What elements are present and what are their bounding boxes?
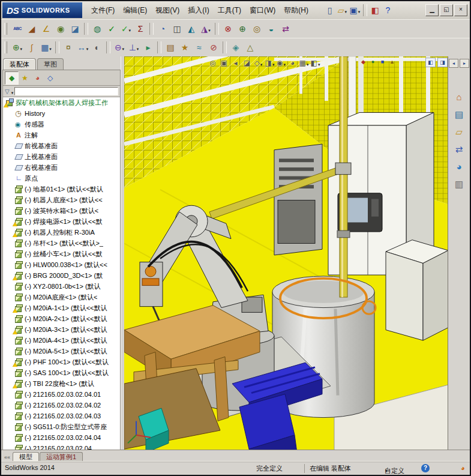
dropdown-caret-icon[interactable] <box>260 58 263 68</box>
clearance-verification-icon[interactable]: ⊕ <box>235 22 250 36</box>
status-sw-icon[interactable]: ◕ <box>461 464 465 472</box>
tree-item[interactable]: 传感器 <box>3 119 120 130</box>
tree-item[interactable]: (-) 丝桶小车<1> (默认<<默 <box>3 249 120 259</box>
design-library-icon[interactable]: ▤ <box>452 108 466 121</box>
quick-snaps-icon[interactable]: ◆ <box>359 58 367 66</box>
sensor-icon[interactable]: ◍ <box>90 22 104 36</box>
explode-lines-icon[interactable]: ≈ <box>192 40 206 55</box>
quick-settings-icon[interactable]: ▲ <box>388 58 396 66</box>
dropdown-caret-icon[interactable] <box>49 42 52 53</box>
curvature-icon[interactable]: ◔ <box>155 22 170 36</box>
spell-check-icon[interactable]: ABC <box>10 22 25 36</box>
dropdown-caret-icon[interactable] <box>136 42 139 53</box>
open-icon[interactable]: ▱ <box>336 4 349 17</box>
draft-analysis-icon[interactable]: ◭ <box>184 22 199 36</box>
dropdown-caret-icon[interactable] <box>128 23 131 34</box>
help-icon[interactable]: ? <box>382 4 394 17</box>
hide-show-items-icon[interactable]: ◉ <box>275 58 287 68</box>
menu-item[interactable]: 工具(T) <box>214 3 245 18</box>
tab-assembly[interactable]: 装配体 <box>3 58 36 70</box>
filter-input[interactable] <box>14 87 118 95</box>
view-palette-icon[interactable]: ⇄ <box>452 143 466 155</box>
menu-item[interactable]: 编辑(E) <box>119 3 151 18</box>
tree-item[interactable]: (-) XY2-0801-0b<1> (默认 <box>3 281 120 292</box>
toolbar-grip[interactable] <box>4 23 7 35</box>
tree-item[interactable]: 注解 <box>3 130 120 140</box>
measure-icon[interactable]: ∠ <box>39 22 53 36</box>
tree-item[interactable]: (-) 212165.02.03.02.04.03 <box>3 411 120 421</box>
tree-item[interactable]: (-) 212165.02.03.02.04.01 <box>3 389 120 400</box>
tree-item[interactable]: (-) M20iA-3<1> (默认<<默认 <box>3 324 120 335</box>
dropdown-caret-icon[interactable] <box>86 42 89 53</box>
view-settings-icon[interactable]: ◧ <box>310 58 321 68</box>
instant3d-icon[interactable]: △ <box>243 40 257 55</box>
tree-item[interactable]: 探矿机械机架体机器人焊接工作 <box>3 97 120 108</box>
filter-funnel-icon[interactable]: ▽ <box>5 88 10 95</box>
zebra-stripes-icon[interactable]: ◫ <box>170 22 184 36</box>
move-component-icon[interactable]: ↔ <box>76 40 90 55</box>
edit-appearance-icon[interactable]: ◕ <box>287 58 298 68</box>
tree-item[interactable]: (-) 波英特水箱<1> (默认< <box>3 205 120 216</box>
dropdown-caret-icon[interactable] <box>283 58 286 68</box>
tree-item[interactable]: (-) 机器人控制柜 R-30iA <box>3 227 120 238</box>
new-document-icon[interactable]: ▯ <box>323 4 336 17</box>
tab-model[interactable]: 模型 <box>13 452 39 462</box>
dropdown-caret-icon[interactable] <box>20 42 23 53</box>
tree-item[interactable]: (-) TBI 22度枪<1> (默认 <box>3 378 120 389</box>
solidworks-resources-icon[interactable]: ⌂ <box>452 91 466 103</box>
assembly-3d-scene[interactable] <box>124 56 448 450</box>
assembly-features-icon[interactable]: ⊖ <box>112 40 127 55</box>
dropdown-caret-icon[interactable] <box>122 42 125 53</box>
bill-of-materials-icon[interactable]: ▤ <box>163 40 178 55</box>
custom-properties-icon[interactable]: ▥ <box>452 178 466 190</box>
design-checker-icon[interactable]: ✓ <box>119 22 133 36</box>
tab-motion-study[interactable]: 运动算例1 <box>40 452 83 462</box>
large-design-review-icon[interactable]: ◈ <box>229 40 243 55</box>
dropdown-caret-icon[interactable] <box>317 58 320 68</box>
tree-item[interactable]: 右视基准面 <box>3 162 120 173</box>
mate-icon[interactable]: ∫ <box>25 40 39 55</box>
menu-item[interactable]: 窗口(W) <box>245 3 280 18</box>
hole-alignment-icon[interactable]: ◎ <box>250 22 264 36</box>
tree-item[interactable]: 上视基准面 <box>3 151 120 162</box>
motion-study-icon[interactable]: ▸ <box>141 40 155 55</box>
configurationmanager-tab[interactable]: ◕ <box>31 72 44 84</box>
tree-item[interactable]: (-) M20iA-2<1> (默认<<默认 <box>3 313 120 324</box>
taskpane-collapse-icon[interactable]: ▸ <box>460 59 469 68</box>
tree-item[interactable]: (-) SAS 100<1> (默认<<默认 <box>3 367 120 378</box>
tree-item[interactable]: (-) M20iA-1<1> (默认<<默认 <box>3 303 120 313</box>
menu-item[interactable]: 帮助(H) <box>280 3 313 18</box>
dropdown-caret-icon[interactable] <box>306 58 309 68</box>
tree-item[interactable]: 原点 <box>3 173 120 184</box>
dropdown-caret-icon[interactable] <box>358 5 361 16</box>
show-hidden-icon[interactable]: ◐ <box>90 40 104 55</box>
zoom-area-icon[interactable]: ▣ <box>218 58 230 68</box>
smart-fasteners-icon[interactable]: ¤ <box>61 40 76 55</box>
tree-item[interactable]: (-) PHF 100<1> (默认<<默认 <box>3 357 120 367</box>
file-explorer-icon[interactable]: ▱ <box>452 125 466 138</box>
dimxpert-tab[interactable]: ◇ <box>44 72 56 84</box>
appearances-icon[interactable]: ◕ <box>452 160 466 173</box>
close-button[interactable]: × <box>454 4 467 16</box>
compare-icon[interactable]: ⇄ <box>278 22 293 36</box>
rebuild-icon[interactable]: ◧ <box>369 4 382 17</box>
dropdown-caret-icon[interactable] <box>208 23 211 34</box>
interference-icon[interactable]: ⊘ <box>206 40 221 55</box>
minimize-button[interactable]: ▁ <box>425 4 439 16</box>
insert-component-icon[interactable]: ⊕ <box>10 40 25 55</box>
quick-grid-icon[interactable]: ● <box>369 58 377 66</box>
interference-detection-icon[interactable]: ⊗ <box>221 22 235 36</box>
tree-item[interactable]: (-) BRG 2000D_3D<1> (默 <box>3 270 120 281</box>
previous-view-icon[interactable]: ◂ <box>230 58 241 68</box>
tree-item[interactable]: History <box>3 108 120 119</box>
propertymanager-tab[interactable]: ★ <box>19 72 31 84</box>
tree-item[interactable]: (-) M20iA-4<1> (默认<<默认 <box>3 335 120 346</box>
toggle-taskpane-icon[interactable]: ◨ <box>437 58 448 67</box>
tree-item[interactable]: (-) SG511-0:防尘型立式带座 <box>3 421 120 432</box>
quick-views-icon[interactable]: ■ <box>379 58 386 66</box>
featuremanager-tab[interactable]: ◆ <box>5 71 19 85</box>
eyedropper-icon[interactable]: ◢ <box>25 22 39 36</box>
dropdown-caret-icon[interactable] <box>344 5 347 16</box>
tab-sketch[interactable]: 草图 <box>37 58 64 70</box>
undercut-analysis-icon[interactable]: ◮ <box>199 22 213 36</box>
